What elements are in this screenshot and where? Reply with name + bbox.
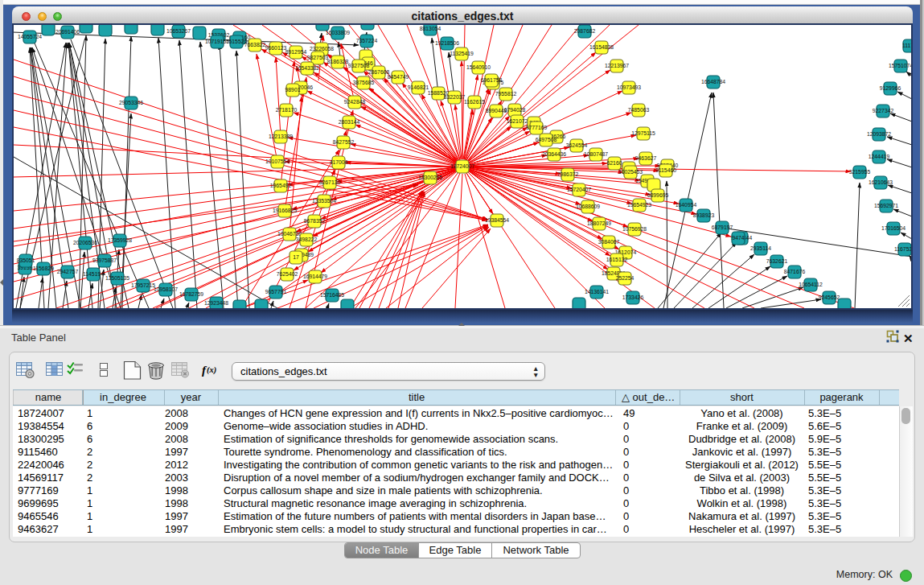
svg-text:1145194: 1145194 [83, 271, 104, 277]
svg-text:17016504: 17016504 [881, 225, 906, 231]
svg-text:12923448: 12923448 [204, 300, 228, 306]
svg-text:10958107: 10958107 [154, 286, 178, 292]
svg-text:7625402: 7625402 [277, 271, 298, 277]
svg-text:3498222: 3498222 [296, 237, 318, 242]
svg-text:3215955: 3215955 [849, 169, 871, 175]
svg-text:18724007: 18724007 [450, 163, 474, 169]
svg-text:9777169: 9777169 [526, 125, 548, 130]
svg-text:93975887: 93975887 [92, 257, 117, 263]
svg-text:9474: 9474 [732, 235, 744, 241]
svg-text:16033809: 16033809 [326, 30, 350, 35]
svg-text:9242848: 9242848 [344, 99, 366, 105]
svg-text:15751074: 15751074 [889, 63, 911, 68]
svg-text:7986372: 7986372 [557, 171, 579, 177]
svg-text:10046736: 10046736 [277, 231, 302, 237]
svg-text:19166825: 19166825 [273, 208, 297, 213]
svg-text:10756928: 10756928 [622, 226, 647, 232]
svg-text:6879197: 6879197 [712, 225, 733, 230]
svg-text:1156829: 1156829 [33, 266, 54, 271]
svg-text:19384554: 19384554 [485, 217, 509, 223]
svg-text:417004: 417004 [330, 159, 348, 165]
svg-text:835051: 835051 [17, 257, 35, 263]
svg-text:6961758: 6961758 [481, 77, 503, 83]
svg-text:10107554: 10107554 [265, 159, 290, 164]
svg-text:23226058: 23226058 [310, 46, 334, 51]
svg-text:9146821: 9146821 [408, 84, 429, 90]
svg-text:8267130: 8267130 [319, 179, 341, 185]
svg-text:20364436: 20364436 [542, 151, 566, 157]
svg-text:8813054: 8813054 [420, 26, 441, 31]
svg-text:16154838: 16154838 [589, 44, 614, 50]
svg-text:18300295: 18300295 [418, 175, 442, 180]
svg-text:8186328: 8186328 [327, 59, 349, 64]
svg-text:17359928: 17359928 [108, 237, 132, 243]
svg-text:14055724: 14055724 [18, 34, 42, 39]
svg-text:10025453: 10025453 [618, 169, 643, 175]
svg-text:7955812: 7955812 [495, 91, 517, 97]
svg-text:2942757: 2942757 [57, 269, 79, 274]
svg-text:7485063: 7485063 [628, 107, 650, 113]
svg-text:17: 17 [293, 254, 299, 260]
svg-text:12213967: 12213967 [605, 63, 629, 68]
svg-text:7357224: 7357224 [356, 38, 378, 43]
svg-text:1615132: 1615132 [606, 257, 628, 262]
svg-text:6794028: 6794028 [504, 107, 526, 113]
svg-text:29053346: 29053346 [119, 100, 143, 105]
svg-text:12213389: 12213389 [269, 134, 293, 139]
svg-text:9245652: 9245652 [819, 295, 840, 300]
svg-text:3624554: 3624554 [566, 142, 588, 148]
svg-text:16210643: 16210643 [869, 179, 893, 185]
svg-text:20206536: 20206536 [73, 240, 97, 245]
svg-text:11178: 11178 [902, 43, 911, 48]
svg-text:16648784: 16648784 [701, 79, 725, 84]
svg-text:1733426: 1733426 [622, 295, 644, 300]
svg-text:9115460: 9115460 [655, 167, 676, 173]
svg-text:16543382: 16543382 [295, 65, 319, 71]
svg-text:9660123: 9660123 [265, 45, 287, 51]
svg-text:13353504: 13353504 [312, 198, 336, 204]
svg-text:19654923: 19654923 [627, 202, 651, 208]
svg-text:9129966: 9129966 [880, 85, 901, 91]
svg-text:8427552: 8427552 [333, 139, 355, 145]
svg-text:15716485: 15716485 [320, 292, 344, 298]
svg-text:10807487: 10807487 [584, 151, 608, 157]
svg-text:15720407: 15720407 [567, 187, 591, 192]
svg-text:14136141: 14136141 [585, 289, 609, 295]
svg-text:17957215: 17957215 [131, 282, 155, 288]
svg-text:1162615: 1162615 [464, 99, 485, 105]
svg-text:1621072: 1621072 [507, 118, 528, 124]
svg-text:252254: 252254 [616, 275, 634, 281]
svg-text:10654112: 10654112 [799, 282, 823, 287]
svg-text:7632621: 7632621 [766, 258, 788, 264]
svg-text:2087682: 2087682 [574, 28, 596, 34]
svg-text:12505135: 12505135 [105, 275, 129, 281]
svg-text:1965492: 1965492 [270, 183, 292, 188]
svg-text:3875685: 3875685 [353, 80, 375, 85]
svg-text:1167533: 1167533 [894, 246, 911, 252]
svg-text:2935114: 2935114 [750, 245, 771, 251]
svg-text:2867608: 2867608 [368, 69, 390, 75]
svg-text:20691406: 20691406 [55, 29, 80, 35]
svg-text:7663822: 7663822 [244, 42, 266, 47]
svg-text:9657791: 9657791 [265, 289, 287, 295]
svg-text:62160: 62160 [607, 160, 622, 166]
svg-text:8678352: 8678352 [304, 218, 326, 224]
svg-text:98901: 98901 [285, 87, 301, 93]
svg-text:10653267: 10653267 [166, 28, 191, 34]
svg-text:16782759: 16782759 [179, 291, 203, 297]
svg-text:2718170: 2718170 [276, 107, 298, 113]
svg-text:15640910: 15640910 [466, 64, 491, 70]
svg-text:8912954: 8912954 [285, 49, 307, 55]
svg-text:2803144: 2803144 [339, 119, 360, 125]
svg-text:1640954: 1640954 [676, 202, 697, 208]
svg-text:6497508: 6497508 [536, 137, 557, 142]
svg-text:10973493: 10973493 [617, 84, 641, 90]
svg-text:10688609: 10688609 [576, 204, 600, 209]
svg-text:9327508: 9327508 [348, 63, 370, 68]
svg-text:11325419: 11325419 [450, 51, 474, 56]
svg-text:9463627: 9463627 [635, 155, 657, 161]
svg-text:8322037: 8322037 [444, 94, 466, 100]
svg-text:18807249: 18807249 [587, 220, 611, 226]
svg-text:1244419: 1244419 [869, 154, 890, 159]
svg-text:6899695: 6899695 [647, 192, 669, 198]
